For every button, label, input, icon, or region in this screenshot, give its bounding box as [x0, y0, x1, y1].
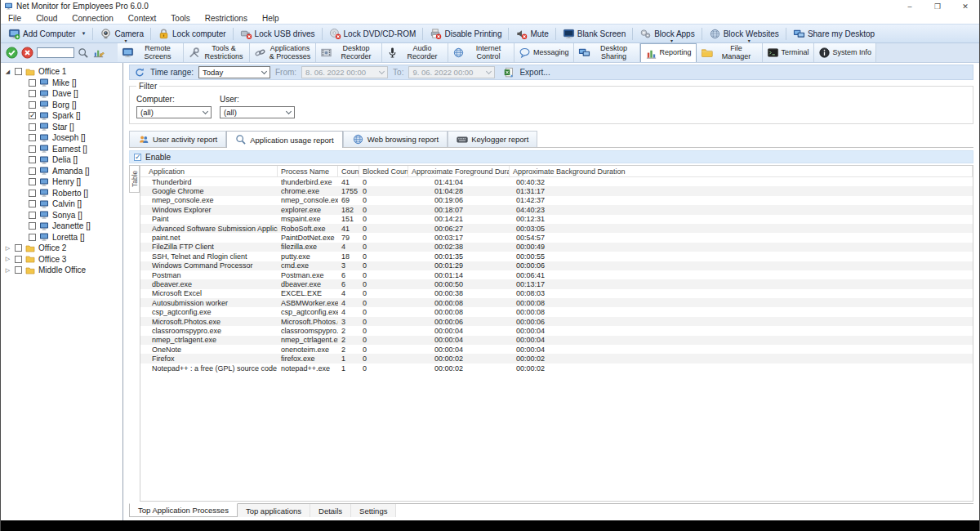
- tab-applications-processes[interactable]: Applications & Processes: [250, 43, 316, 62]
- tree-item-earnest[interactable]: Earnest []: [1, 144, 122, 155]
- table-row[interactable]: SSH, Telnet and Rlogin clientputty.exe18…: [140, 252, 973, 261]
- toolbar-lock-usb-drives-button[interactable]: Lock USB drives: [234, 25, 321, 42]
- tab-audio-recorder[interactable]: Audio Recorder: [382, 43, 448, 62]
- minimize-button[interactable]: –: [896, 0, 924, 12]
- menu-cloud[interactable]: Cloud: [29, 14, 65, 23]
- expand-icon[interactable]: ▷: [4, 256, 11, 262]
- expand-icon[interactable]: ▷: [4, 245, 11, 252]
- menu-help[interactable]: Help: [255, 14, 287, 23]
- close-button[interactable]: ✕: [951, 0, 979, 12]
- table-side-tab[interactable]: Table: [129, 165, 140, 193]
- column-header-application[interactable]: Application: [140, 166, 278, 176]
- tree-item-sonya[interactable]: Sonya []: [1, 210, 122, 221]
- table-row[interactable]: nmep_console.exenmep_console.exe69000:19…: [140, 196, 973, 205]
- table-row[interactable]: PostmanPostman.exe6000:01:1400:06:41: [140, 270, 973, 279]
- tree-checkbox[interactable]: [29, 134, 36, 141]
- tree-item-dave[interactable]: Dave []: [1, 88, 122, 100]
- tree-checkbox[interactable]: [15, 256, 22, 263]
- tree-checkbox[interactable]: [29, 190, 36, 197]
- tab-system-info[interactable]: System Info: [814, 43, 877, 62]
- tree-checkbox[interactable]: [15, 68, 22, 75]
- tree-checkbox[interactable]: [29, 167, 36, 175]
- table-row[interactable]: dbeaver.exedbeaver.exe6000:00:5000:13:17: [140, 279, 973, 288]
- column-header-count[interactable]: Count: [338, 166, 359, 176]
- tab-desktop-recorder[interactable]: Desktop Recorder: [316, 43, 382, 62]
- tree-item-henry[interactable]: Henry []: [1, 176, 122, 188]
- table-row[interactable]: Firefoxfirefox.exe1000:00:0200:00:02: [140, 354, 973, 363]
- tree-item-mike[interactable]: Mike []: [1, 78, 122, 89]
- table-row[interactable]: Advanced Software Submission Application…: [140, 224, 973, 233]
- report-tab-keylogger-report[interactable]: Keylogger report: [448, 131, 537, 147]
- tree-item-loretta[interactable]: Loretta []: [1, 232, 122, 243]
- tree-item-calvin[interactable]: Calvin []: [1, 199, 122, 210]
- tree-checkbox[interactable]: [29, 101, 36, 109]
- connect-ok-icon[interactable]: [6, 47, 18, 59]
- toolbar-mute-button[interactable]: Mute: [510, 25, 554, 42]
- bottom-tab-top-applications[interactable]: Top applications: [238, 504, 310, 517]
- table-row[interactable]: Thunderbirdthunderbird.exe41001:41:0400:…: [140, 177, 973, 186]
- column-header-approximate-background-duration[interactable]: Approximate Background Duration: [510, 166, 973, 176]
- time-range-select[interactable]: Today: [198, 66, 270, 78]
- toolbar-block-apps-button[interactable]: Block Apps▾: [634, 25, 700, 42]
- computer-filter-select[interactable]: (all): [136, 106, 212, 118]
- table-row[interactable]: Microsoft.Photos.exeMicrosoft.Photos.exe…: [140, 317, 973, 326]
- tree-item-amanda[interactable]: Amanda []: [1, 166, 122, 177]
- user-filter-select[interactable]: (all): [220, 106, 295, 118]
- toolbar-lock-dvd-cd-rom-button[interactable]: Lock DVD/CD-ROM: [323, 25, 422, 42]
- report-tab-application-usage-report[interactable]: Application usage report: [226, 131, 342, 148]
- tree-item-delia[interactable]: Delia []: [1, 154, 122, 166]
- disconnect-icon[interactable]: [21, 47, 33, 59]
- table-row[interactable]: Microsoft ExcelEXCEL.EXE4000:00:3800:08:…: [140, 289, 973, 298]
- toolbar-share-my-desktop-button[interactable]: Share my Desktop: [787, 25, 880, 42]
- tree-checkbox[interactable]: [29, 178, 36, 185]
- tree-checkbox[interactable]: [29, 234, 36, 241]
- table-row[interactable]: Autosubmission workerASBMWorker.exe4000:…: [140, 298, 973, 307]
- table-row[interactable]: nmep_ctrlagent.exenmep_ctrlagent.exe2000…: [140, 336, 973, 345]
- toolbar-lock-computer-button[interactable]: Lock computer: [152, 25, 232, 42]
- table-row[interactable]: OneNoteonenoteim.exe2000:00:0400:00:04: [140, 345, 973, 354]
- table-row[interactable]: classroomspypro.execlassroomspypro.exe20…: [140, 326, 973, 335]
- tree-checkbox[interactable]: [29, 222, 36, 230]
- menu-context[interactable]: Context: [121, 14, 163, 23]
- toolbar-disable-printing-button[interactable]: Disable Printing: [424, 25, 507, 42]
- tree-group-office-1[interactable]: ◢Office 1: [1, 66, 122, 78]
- tree-group-middle-office[interactable]: ▷Middle Office: [1, 265, 122, 276]
- tree-item-roberto[interactable]: Roberto []: [1, 188, 122, 199]
- table-row[interactable]: Notepad++ : a free (GPL) source code edi…: [140, 364, 973, 373]
- search-icon[interactable]: [78, 47, 89, 59]
- menu-connection[interactable]: Connection: [65, 14, 121, 23]
- column-header-blocked-count[interactable]: Blocked Count: [359, 166, 408, 176]
- table-row[interactable]: Paintmspaint.exe151000:14:2100:12:31: [140, 215, 973, 224]
- maximize-button[interactable]: ❐: [924, 0, 951, 12]
- bottom-tab-details[interactable]: Details: [310, 504, 351, 517]
- menu-tools[interactable]: Tools: [163, 14, 197, 23]
- tree-item-spark[interactable]: Spark []: [1, 110, 122, 122]
- tree-checkbox[interactable]: [15, 244, 22, 252]
- column-header-approximate-foreground-duration[interactable]: Approximate Foreground Duration: [408, 166, 510, 176]
- tab-terminal[interactable]: Terminal: [763, 43, 814, 62]
- menu-restrictions[interactable]: Restrictions: [198, 14, 255, 23]
- tree-group-office-2[interactable]: ▷Office 2: [1, 243, 122, 254]
- tab-reporting[interactable]: Reporting: [640, 43, 697, 62]
- table-row[interactable]: paint.netPaintDotNet.exe79000:03:1700:54…: [140, 233, 973, 242]
- export-button[interactable]: Export...: [519, 68, 550, 77]
- tree-checkbox[interactable]: [29, 200, 36, 207]
- toolbar-camera-button[interactable]: Camera▾: [94, 25, 149, 42]
- tree-checkbox[interactable]: [29, 212, 36, 219]
- column-header-process-name[interactable]: Process Name: [278, 166, 338, 176]
- enable-checkbox[interactable]: [134, 154, 141, 161]
- table-row[interactable]: Google Chromechrome.exe1755001:04:2801:3…: [140, 186, 973, 195]
- tab-file-manager[interactable]: File Manager: [697, 43, 763, 62]
- tree-item-joseph[interactable]: Joseph []: [1, 132, 122, 144]
- tree-checkbox[interactable]: [29, 90, 36, 97]
- tab-tools-restrictions[interactable]: Tools & Restrictions: [184, 43, 250, 62]
- tab-internet-control[interactable]: Internet Control: [448, 43, 514, 62]
- bottom-tab-top-application-processes[interactable]: Top Application Processes: [129, 503, 238, 517]
- tree-checkbox[interactable]: [29, 123, 36, 131]
- tree-checkbox[interactable]: [29, 145, 36, 153]
- collapse-icon[interactable]: ◢: [4, 69, 11, 75]
- expand-icon[interactable]: ▷: [4, 267, 11, 274]
- search-input[interactable]: [37, 47, 74, 58]
- refresh-icon[interactable]: [134, 67, 145, 78]
- menu-file[interactable]: File: [1, 14, 29, 23]
